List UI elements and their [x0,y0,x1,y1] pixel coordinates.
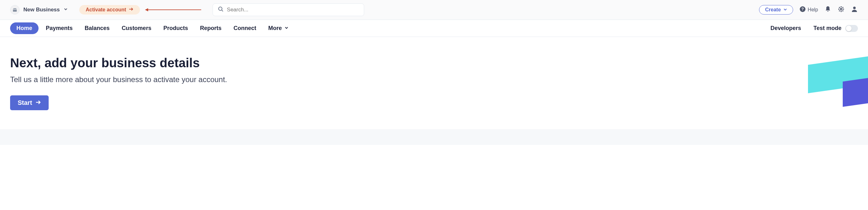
start-button[interactable]: Start [10,95,49,110]
nav-label: Payments [46,25,73,32]
search-box[interactable] [213,3,364,16]
create-button[interactable]: Create [759,5,793,14]
chevron-down-icon [783,7,787,12]
gear-icon [838,6,845,14]
search-input[interactable] [227,7,359,13]
nav-item-payments[interactable]: Payments [41,21,78,36]
nav-item-products[interactable]: Products [159,21,193,36]
nav-label: More [268,25,282,32]
profile-button[interactable] [851,6,858,14]
business-logo-icon [10,5,20,14]
page-title: Next, add your business details [10,56,858,70]
test-mode-toggle[interactable] [845,25,858,32]
business-name-label: New Business [23,7,60,13]
nav-item-more[interactable]: More [264,21,293,36]
nav-label: Developers [770,25,801,32]
top-bar: New Business Activate account [0,0,868,20]
search-icon [218,6,224,13]
settings-button[interactable] [838,6,845,14]
chevron-down-icon [284,25,289,32]
start-label: Start [18,99,32,107]
main-content: Next, add your business details Tell us … [0,37,868,129]
svg-rect-0 [13,9,17,12]
search-container [213,3,364,16]
nav-right: Developers Test mode [766,21,858,36]
activate-account-label: Activate account [86,7,126,12]
nav-label: Connect [234,25,256,32]
help-icon: ? [800,6,806,13]
nav-item-customers[interactable]: Customers [117,21,156,36]
nav-item-balances[interactable]: Balances [80,21,114,36]
svg-point-2 [219,7,222,10]
svg-point-5 [853,7,856,9]
nav-bar: Home Payments Balances Customers Product… [0,20,868,37]
nav-label: Home [17,25,32,32]
nav-item-connect[interactable]: Connect [229,21,261,36]
top-bar-right: Create ? Help [759,5,858,14]
annotation-arrow [148,9,201,10]
nav-label: Products [163,25,188,32]
nav-label: Reports [200,25,221,32]
help-button[interactable]: ? Help [800,6,818,13]
nav-label: Customers [122,25,151,32]
nav-left: Home Payments Balances Customers Product… [10,20,293,37]
svg-rect-1 [13,9,17,10]
arrow-right-icon [35,99,41,107]
help-label: Help [808,7,818,12]
test-mode-control: Test mode [813,25,858,32]
bell-icon [825,6,831,14]
create-label: Create [765,7,781,12]
notifications-button[interactable] [825,6,831,14]
activate-account-button[interactable]: Activate account [79,5,140,14]
footer-section [0,129,868,145]
chevron-down-icon [63,7,68,12]
page-subtitle: Tell us a little more about your busines… [10,75,858,84]
person-icon [851,6,858,14]
svg-text:?: ? [801,7,804,11]
nav-label: Balances [85,25,110,32]
nav-item-reports[interactable]: Reports [195,21,226,36]
business-selector[interactable]: New Business [10,5,68,14]
nav-item-developers[interactable]: Developers [766,21,806,36]
nav-item-home[interactable]: Home [10,23,38,34]
test-mode-label: Test mode [813,25,841,32]
arrow-right-icon [129,7,134,12]
